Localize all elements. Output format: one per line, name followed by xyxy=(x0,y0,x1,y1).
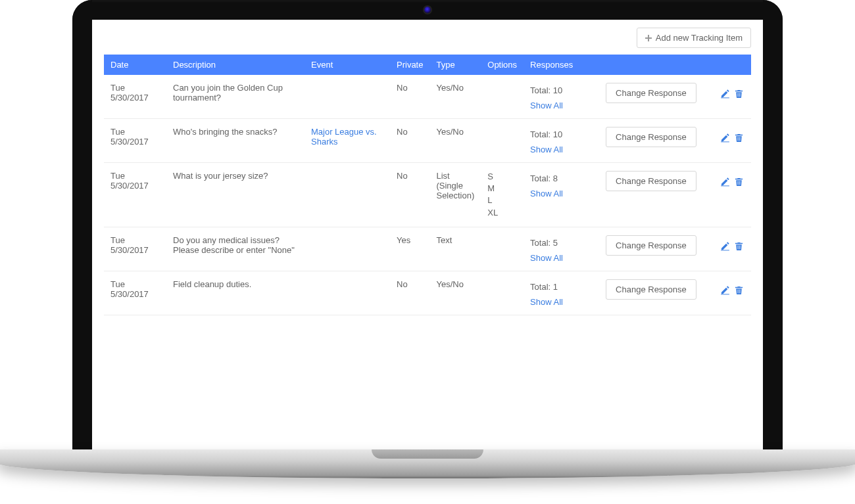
cell-private: Yes xyxy=(390,227,429,271)
responses-total: Total: 10 xyxy=(530,129,593,139)
cell-options xyxy=(481,75,524,119)
add-button-label: Add new Tracking Item xyxy=(656,33,743,43)
add-tracking-item-button[interactable]: Add new Tracking Item xyxy=(637,28,751,48)
cell-actions: Change Response xyxy=(599,163,751,227)
bezel-top xyxy=(72,0,783,20)
cell-options xyxy=(481,119,524,163)
responses-total: Total: 10 xyxy=(530,85,593,95)
cell-private: No xyxy=(390,271,429,315)
table-row: Tue 5/30/2017Can you join the Golden Cup… xyxy=(104,75,751,119)
laptop-base xyxy=(0,449,855,478)
cell-date: Tue 5/30/2017 xyxy=(104,75,166,119)
cell-private: No xyxy=(390,119,429,163)
option-value: M xyxy=(487,183,517,195)
col-header-private: Private xyxy=(390,55,429,75)
trash-icon[interactable] xyxy=(734,241,744,251)
cell-type: Text xyxy=(429,227,481,271)
option-value: XL xyxy=(487,207,517,219)
show-all-link[interactable]: Show All xyxy=(530,189,593,198)
edit-icon[interactable] xyxy=(720,177,730,187)
trash-icon[interactable] xyxy=(734,285,744,295)
cell-responses: Total: 5Show All xyxy=(524,227,599,271)
cell-description: What is your jersey size? xyxy=(166,163,305,227)
change-response-button[interactable]: Change Response xyxy=(606,279,696,300)
col-header-type: Type xyxy=(429,55,481,75)
edit-icon[interactable] xyxy=(720,285,730,295)
responses-total: Total: 5 xyxy=(530,238,593,248)
edit-icon[interactable] xyxy=(720,241,730,251)
cell-options xyxy=(481,271,524,315)
cell-description: Who's bringing the snacks? xyxy=(166,119,305,163)
col-header-date: Date xyxy=(104,55,166,75)
cell-responses: Total: 8Show All xyxy=(524,163,599,227)
cell-options xyxy=(481,227,524,271)
table-header-row: Date Description Event Private Type Opti… xyxy=(104,55,751,75)
tracking-items-table: Date Description Event Private Type Opti… xyxy=(104,55,751,315)
bezel-left xyxy=(72,0,92,460)
cell-event xyxy=(305,163,390,227)
option-value: S xyxy=(487,171,517,183)
cell-actions: Change Response xyxy=(599,75,751,119)
show-all-link[interactable]: Show All xyxy=(530,145,593,154)
cell-actions: Change Response xyxy=(599,227,751,271)
show-all-link[interactable]: Show All xyxy=(530,101,593,110)
col-header-actions xyxy=(599,55,751,75)
cell-type: Yes/No xyxy=(429,75,481,119)
col-header-event: Event xyxy=(305,55,390,75)
cell-responses: Total: 10Show All xyxy=(524,119,599,163)
change-response-button[interactable]: Change Response xyxy=(606,83,696,103)
cell-description: Do you any medical issues? Please descri… xyxy=(166,227,305,271)
option-value: L xyxy=(487,195,517,206)
table-row: Tue 5/30/2017Do you any medical issues? … xyxy=(104,227,751,271)
camera-icon xyxy=(423,5,432,14)
col-header-description: Description xyxy=(166,55,305,75)
cell-description: Can you join the Golden Cup tournament? xyxy=(166,75,305,119)
trash-icon[interactable] xyxy=(734,89,744,99)
cell-private: No xyxy=(390,75,429,119)
responses-total: Total: 1 xyxy=(530,282,593,292)
table-row: Tue 5/30/2017Who's bringing the snacks?M… xyxy=(104,119,751,163)
app-screen: Add new Tracking Item Date Description E… xyxy=(92,20,763,450)
col-header-options: Options xyxy=(481,55,524,75)
cell-event xyxy=(305,271,390,315)
change-response-button[interactable]: Change Response xyxy=(606,171,696,191)
cell-description: Field cleanup duties. xyxy=(166,271,305,315)
cell-options: SMLXL xyxy=(481,163,524,227)
cell-date: Tue 5/30/2017 xyxy=(104,227,166,271)
cell-event[interactable]: Major League vs. Sharks xyxy=(305,119,390,163)
cell-event xyxy=(305,227,390,271)
cell-private: No xyxy=(390,163,429,227)
edit-icon[interactable] xyxy=(720,133,730,143)
cell-actions: Change Response xyxy=(599,119,751,163)
show-all-link[interactable]: Show All xyxy=(530,297,593,307)
cell-actions: Change Response xyxy=(599,271,751,315)
cell-responses: Total: 1Show All xyxy=(524,271,599,315)
trash-icon[interactable] xyxy=(734,133,744,143)
cell-date: Tue 5/30/2017 xyxy=(104,271,166,315)
col-header-responses: Responses xyxy=(524,55,599,75)
cell-type: Yes/No xyxy=(429,119,481,163)
show-all-link[interactable]: Show All xyxy=(530,253,593,263)
cell-type: List (Single Selection) xyxy=(429,163,481,227)
table-row: Tue 5/30/2017What is your jersey size?No… xyxy=(104,163,751,227)
edit-icon[interactable] xyxy=(720,89,730,99)
event-link[interactable]: Major League vs. Sharks xyxy=(311,127,377,147)
toolbar: Add new Tracking Item xyxy=(104,28,751,55)
bezel-right xyxy=(763,0,783,460)
laptop-frame: Add new Tracking Item Date Description E… xyxy=(72,0,783,486)
trash-icon[interactable] xyxy=(734,177,744,187)
responses-total: Total: 8 xyxy=(530,173,593,183)
cell-event xyxy=(305,75,390,119)
table-row: Tue 5/30/2017Field cleanup duties.NoYes/… xyxy=(104,271,751,315)
change-response-button[interactable]: Change Response xyxy=(606,235,696,256)
plus-icon xyxy=(645,35,652,41)
cell-responses: Total: 10Show All xyxy=(524,75,599,119)
cell-type: Yes/No xyxy=(429,271,481,315)
cell-date: Tue 5/30/2017 xyxy=(104,119,166,163)
cell-date: Tue 5/30/2017 xyxy=(104,163,166,227)
change-response-button[interactable]: Change Response xyxy=(606,127,696,147)
